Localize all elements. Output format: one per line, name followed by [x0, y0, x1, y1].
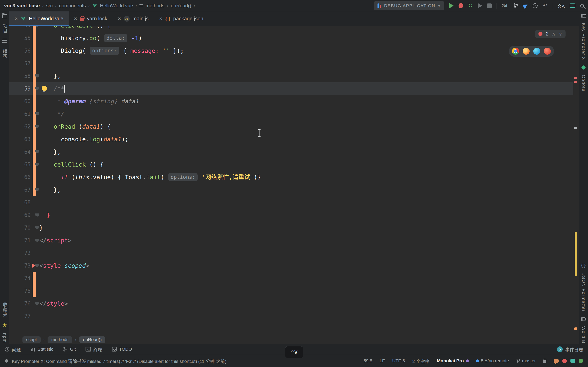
- intention-bulb-icon[interactable]: [42, 86, 47, 91]
- code-line-77[interactable]: 77: [9, 310, 573, 323]
- tool-key-promoter[interactable]: Key Promoter X: [581, 23, 586, 60]
- history-icon[interactable]: [533, 3, 537, 8]
- close-icon[interactable]: ×: [118, 16, 121, 22]
- theme-widget[interactable]: Monokai Pro: [437, 358, 469, 364]
- close-icon[interactable]: ×: [74, 16, 77, 22]
- red-status-icon[interactable]: [562, 359, 567, 363]
- breadcrumb-file[interactable]: HelloWorld.vue: [100, 3, 133, 8]
- code-line-62[interactable]: 62 onRead (data1) {: [9, 120, 573, 133]
- teal-plugin-icon[interactable]: [571, 359, 575, 363]
- tool-terminal[interactable]: >_ 终端: [86, 346, 102, 352]
- code-line-58[interactable]: 58 },: [9, 70, 573, 82]
- code-line-59[interactable]: 59 /**: [9, 82, 573, 95]
- breadcrumb-method-onread[interactable]: onRead(): [171, 3, 191, 8]
- tool-npm[interactable]: npm: [2, 333, 7, 343]
- notification-lamp-icon[interactable]: [5, 359, 8, 363]
- git-push-icon[interactable]: [522, 2, 528, 9]
- breadcrumb-onread[interactable]: onRead(): [79, 336, 105, 343]
- green-plugin-icon[interactable]: [579, 359, 583, 363]
- code-line-69[interactable]: 69 }: [9, 209, 573, 221]
- search-icon[interactable]: [580, 4, 584, 8]
- code-line-55[interactable]: 55 history.go( delta: -1): [9, 32, 573, 44]
- git-sync-widget[interactable]: 5 Δ/no remote: [476, 358, 509, 364]
- stripe-mark[interactable]: [574, 127, 577, 129]
- fold-arrow-icon[interactable]: [35, 226, 39, 229]
- breadcrumb-script[interactable]: script: [22, 336, 41, 343]
- code-line-61[interactable]: 61 */: [9, 108, 573, 120]
- tab-main-js[interactable]: × JS main.js: [112, 11, 154, 26]
- code-line-75[interactable]: 75: [9, 285, 573, 297]
- book-icon[interactable]: [581, 317, 586, 321]
- git-branch-icon[interactable]: [513, 3, 518, 8]
- tool-git[interactable]: Git: [63, 347, 76, 352]
- code-line-63[interactable]: 63 console.log(data1);: [9, 133, 573, 146]
- structure-icon[interactable]: [2, 39, 7, 43]
- firefox-browser-icon[interactable]: [523, 48, 530, 55]
- code-line-54[interactable]: 54 onClickLeft () {: [9, 26, 573, 32]
- code-line-74[interactable]: 74: [9, 272, 573, 285]
- breadcrumb-src[interactable]: src: [46, 3, 53, 8]
- fold-arrow-icon[interactable]: [35, 264, 39, 267]
- tool-problems[interactable]: 问题: [5, 346, 21, 352]
- code-line-71[interactable]: 71</script>: [9, 234, 573, 247]
- tab-yarn-lock[interactable]: × yarn.lock: [69, 11, 112, 26]
- tool-structure[interactable]: 结构: [1, 49, 8, 58]
- star-icon[interactable]: ★: [2, 322, 7, 328]
- file-encoding[interactable]: UTF-8: [392, 358, 405, 364]
- chrome-browser-icon[interactable]: [512, 48, 519, 55]
- run-configuration-select[interactable]: DEBUG APPLICATION ▾: [374, 1, 444, 10]
- tool-favorites[interactable]: 收藏夹: [1, 302, 8, 317]
- braces-icon[interactable]: { }: [581, 263, 586, 268]
- tool-json-formatter[interactable]: JSON Formatter: [581, 273, 586, 312]
- code-line-66[interactable]: 66 if (this.value) { Toast.fail( options…: [9, 171, 573, 184]
- code-line-57[interactable]: 57: [9, 57, 573, 70]
- lock-icon[interactable]: [543, 360, 546, 363]
- fold-arrow-icon[interactable]: [35, 239, 39, 242]
- breadcrumb-methods[interactable]: methods: [48, 336, 72, 343]
- code-line-76[interactable]: 76</style>: [9, 297, 573, 310]
- message-bubble-icon[interactable]: [554, 359, 559, 363]
- close-icon[interactable]: ×: [159, 16, 162, 22]
- close-icon[interactable]: ×: [15, 16, 18, 22]
- code-line-60[interactable]: 60 * @param {string} data1: [9, 95, 573, 108]
- error-stripe-mark[interactable]: [574, 77, 577, 79]
- codota-icon[interactable]: [581, 66, 586, 69]
- code-line-65[interactable]: 65 cellClick () {: [9, 158, 573, 171]
- code-line-68[interactable]: 68: [9, 196, 573, 209]
- code-line-64[interactable]: 64 },: [9, 146, 573, 158]
- translate-icon[interactable]: 文A: [557, 2, 565, 9]
- code-line-67[interactable]: 67 },: [9, 184, 573, 196]
- stop-button[interactable]: [487, 3, 492, 8]
- fold-arrow-icon[interactable]: [35, 302, 39, 305]
- brave-browser-icon[interactable]: [544, 48, 551, 55]
- run-disabled-button[interactable]: [478, 3, 482, 8]
- tool-statistic[interactable]: Statistic: [31, 347, 53, 352]
- code-line-70[interactable]: 70}: [9, 221, 573, 234]
- rerun-icon[interactable]: ↻: [468, 3, 473, 8]
- run-button[interactable]: [449, 3, 454, 8]
- breadcrumb-components[interactable]: components: [59, 3, 86, 8]
- rollback-icon[interactable]: ↶: [543, 3, 547, 8]
- code-line-56[interactable]: 56 Dialog( options: { message: '' });: [9, 44, 573, 57]
- code-line-73[interactable]: 73<style scoped>: [9, 259, 573, 272]
- next-error-button[interactable]: ∨: [559, 31, 562, 37]
- tab-package-json[interactable]: × { } package.json: [154, 11, 209, 26]
- keyboard-icon[interactable]: [581, 14, 586, 17]
- tool-codota[interactable]: Codota: [581, 75, 586, 92]
- screen-capture-icon[interactable]: [570, 3, 575, 8]
- scrollbar-thumb[interactable]: [575, 232, 577, 276]
- tab-helloworld-vue[interactable]: × HelloWorld.vue: [9, 11, 69, 26]
- code-line-72[interactable]: 72: [9, 247, 573, 259]
- tool-event-log[interactable]: 5 事件日志: [557, 346, 583, 352]
- breadcrumb-project[interactable]: vue3-vant-base: [4, 3, 40, 8]
- error-stripe[interactable]: [573, 26, 579, 336]
- caret-position[interactable]: 59:8: [364, 358, 372, 364]
- tool-todo[interactable]: TODO: [112, 347, 132, 352]
- error-stripe-mark[interactable]: [574, 81, 577, 83]
- fold-arrow-icon[interactable]: [35, 213, 39, 217]
- line-ending[interactable]: LF: [380, 358, 385, 364]
- git-branch-widget[interactable]: master: [516, 358, 536, 364]
- debug-button[interactable]: [458, 3, 463, 8]
- edge-browser-icon[interactable]: [533, 48, 540, 55]
- project-icon[interactable]: [2, 14, 7, 18]
